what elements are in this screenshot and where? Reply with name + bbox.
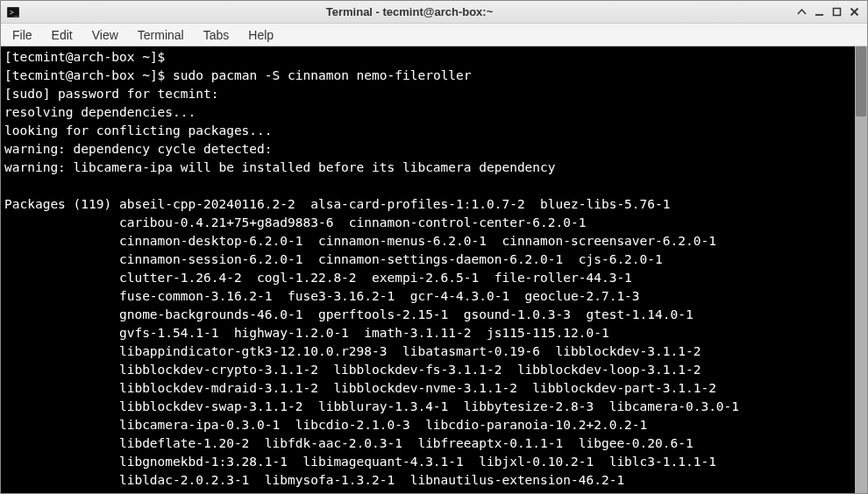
terminal-line: [tecmint@arch-box ~]$ sudo pacman -S cin… <box>4 67 864 85</box>
menubar: FileEditViewTerminalTabsHelp <box>1 24 867 46</box>
terminal-line: libdeflate-1.20-2 libfdk-aac-2.0.3-1 lib… <box>4 434 864 453</box>
menu-tabs[interactable]: Tabs <box>194 25 239 45</box>
terminal-line <box>4 177 864 195</box>
terminal-line: gvfs-1.54.1-1 highway-1.2.0-1 imath-3.1.… <box>4 324 864 342</box>
close-button[interactable] <box>846 4 862 20</box>
window-title: Terminal - tecmint@arch-box:~ <box>25 5 793 18</box>
terminal-window: >_ Terminal - tecmint@arch-box:~ FileEdi… <box>0 0 868 494</box>
terminal-line: libblockdev-mdraid-3.1.1-2 libblockdev-n… <box>4 379 864 398</box>
terminal-output[interactable]: [tecmint@arch-box ~]$[tecmint@arch-box ~… <box>1 46 867 493</box>
menu-file[interactable]: File <box>3 25 42 45</box>
terminal-line: libappindicator-gtk3-12.10.0.r298-3 liba… <box>4 342 864 361</box>
terminal-line: warning: dependency cycle detected: <box>4 140 864 159</box>
svg-text:>_: >_ <box>10 9 18 17</box>
window-controls <box>793 4 862 20</box>
menu-view[interactable]: View <box>82 25 128 45</box>
terminal-line: [sudo] password for tecmint: <box>4 85 864 103</box>
terminal-icon: >_ <box>6 5 20 19</box>
menu-edit[interactable]: Edit <box>42 25 82 45</box>
scrollbar-thumb[interactable] <box>856 46 866 116</box>
menu-help[interactable]: Help <box>238 25 283 45</box>
terminal-line: resolving dependencies... <box>4 103 864 122</box>
terminal-line: cinnamon-desktop-6.2.0-1 cinnamon-menus-… <box>4 232 864 251</box>
terminal-line: looking for conflicting packages... <box>4 122 864 140</box>
terminal-line: gnome-backgrounds-46.0-1 gperftools-2.15… <box>4 306 864 324</box>
minimize-button[interactable] <box>811 4 827 20</box>
rollup-button[interactable] <box>793 4 809 20</box>
terminal-line: Packages (119) abseil-cpp-20240116.2-2 a… <box>4 195 864 214</box>
svg-rect-4 <box>833 9 840 16</box>
terminal-line: libldac-2.0.2.3-1 libmysofa-1.3.2-1 libn… <box>4 471 864 490</box>
terminal-line: warning: libcamera-ipa will be installed… <box>4 159 864 177</box>
menu-terminal[interactable]: Terminal <box>128 25 194 45</box>
terminal-line: caribou-0.4.21+75+g8ad9883-6 cinnamon-co… <box>4 214 864 232</box>
terminal-line: libblockdev-swap-3.1.1-2 libbluray-1.3.4… <box>4 398 864 416</box>
terminal-line: [tecmint@arch-box ~]$ <box>4 48 864 67</box>
titlebar[interactable]: >_ Terminal - tecmint@arch-box:~ <box>1 1 867 24</box>
terminal-line: libblockdev-crypto-3.1.1-2 libblockdev-f… <box>4 361 864 379</box>
terminal-line: libgnomekbd-1:3.28.1-1 libimagequant-4.3… <box>4 453 864 471</box>
terminal-line: fuse-common-3.16.2-1 fuse3-3.16.2-1 gcr-… <box>4 287 864 306</box>
terminal-line: cinnamon-session-6.2.0-1 cinnamon-settin… <box>4 251 864 269</box>
scrollbar[interactable] <box>855 46 867 493</box>
terminal-line: libcamera-ipa-0.3.0-1 libcdio-2.1.0-3 li… <box>4 416 864 434</box>
maximize-button[interactable] <box>829 4 844 20</box>
terminal-line: clutter-1.26.4-2 cogl-1.22.8-2 exempi-2.… <box>4 269 864 287</box>
